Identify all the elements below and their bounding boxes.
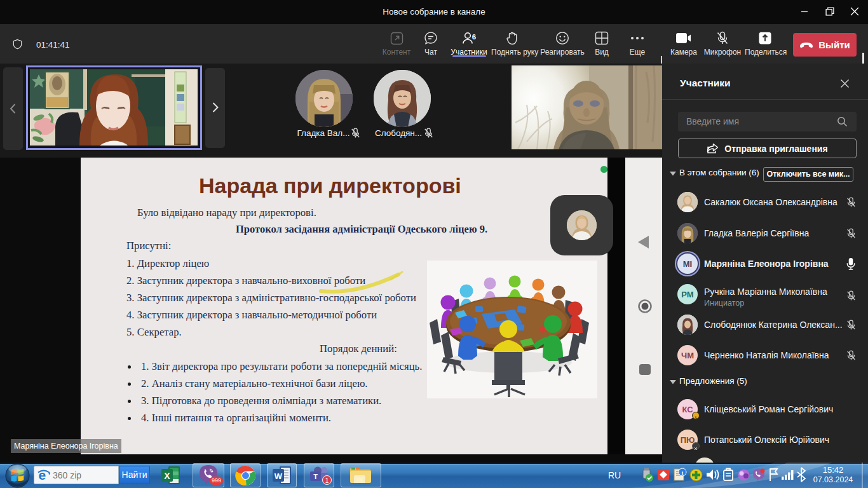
svg-text:T: T [313, 472, 318, 480]
svg-text:6: 6 [472, 33, 476, 41]
svg-text:X: X [164, 471, 170, 481]
svg-text:W: W [274, 471, 282, 481]
